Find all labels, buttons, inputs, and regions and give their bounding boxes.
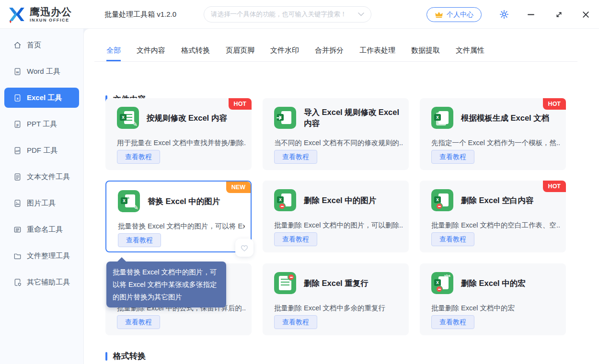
tool-card-delete-excel-images[interactable]: x 删除 Excel 中的图片 批量删除 Excel 文档中的图片，可以删除..… [263, 181, 409, 252]
view-tutorial-button[interactable]: 查看教程 [117, 150, 160, 164]
view-tutorial-button[interactable]: 查看教程 [274, 150, 317, 164]
pencil-glyph: ✎ [132, 203, 138, 212]
crown-icon [435, 11, 443, 18]
favorite-button[interactable] [235, 239, 253, 257]
card-title: 替换 Excel 中的图片 [148, 190, 244, 212]
tool-card-delete-excel-blank-content[interactable]: HOT x 删除 Excel 空白内容 批量删除 Excel 文档中的空白工作表… [420, 181, 566, 252]
chevron-down-icon [358, 12, 364, 16]
card-description: 批量替换 Excel 文档中的图片，可以将 Exc... [118, 222, 245, 231]
sidebar-item-pdf-tools[interactable]: pdf PDF 工具 [4, 140, 79, 160]
view-tutorial-button[interactable]: 查看教程 [274, 232, 317, 246]
view-tutorial-button[interactable]: 查看教程 [431, 232, 474, 246]
view-tutorial-button[interactable]: 查看教程 [118, 233, 161, 247]
tab-watermark[interactable]: 文件水印 [270, 46, 299, 61]
sidebar-item-text-file-tools[interactable]: 文本文件工具 [4, 167, 79, 187]
view-tutorial-button[interactable]: 查看教程 [431, 315, 474, 329]
excel-blank-delete-icon: x [431, 189, 453, 211]
app-name-en: INXUN OFFICE [30, 18, 72, 23]
minus-badge [278, 203, 286, 210]
minus-badge [288, 273, 295, 281]
vba-label: vba [444, 274, 450, 277]
gear-icon [499, 10, 509, 19]
sidebar: 首页 w Word 工具 x Excel 工具 p PPT 工具 [0, 29, 84, 364]
tool-card-generate-excel-from-template[interactable]: HOT x 根据模板生成 Excel 文档 先指定一个 Excel 文档作为一个… [420, 98, 566, 170]
pencil-glyph: ✎ [131, 120, 138, 128]
import-arrow-glyph [276, 114, 283, 121]
sidebar-item-ppt-tools[interactable]: p PPT 工具 [4, 114, 79, 134]
tab-format-convert[interactable]: 格式转换 [181, 46, 210, 61]
logo-x-icon [7, 4, 27, 24]
sidebar-item-image-tools[interactable]: 图片工具 [4, 193, 79, 213]
ppt-doc-icon: p [13, 120, 22, 128]
excel-macro-delete-icon: x vba [431, 272, 453, 294]
sidebar-item-other-tools[interactable]: 其它辅助工具 [4, 272, 79, 292]
card-title: 删除 Excel 重复行 [304, 272, 402, 294]
hot-badge: HOT [543, 98, 566, 110]
sidebar-item-home[interactable]: 首页 [4, 35, 79, 55]
section-format-convert: 格式转换 [105, 351, 146, 362]
svg-text:x: x [16, 96, 19, 100]
view-tutorial-button[interactable]: 查看教程 [117, 315, 160, 329]
image-doc-icon [13, 199, 22, 207]
excel-image-delete-icon: x [274, 189, 296, 211]
sidebar-item-label: Word 工具 [27, 67, 60, 76]
card-description: 批量删除 Excel 文档中的空白工作表、空... [431, 221, 560, 230]
excel-doc-icon: x [13, 94, 22, 102]
view-tutorial-button[interactable]: 查看教程 [274, 315, 317, 329]
svg-text:w: w [16, 69, 19, 74]
sidebar-item-label: 首页 [27, 41, 41, 50]
minimize-button[interactable] [522, 0, 540, 29]
close-button[interactable] [577, 0, 594, 29]
window-title: 批量处理工具箱 v1.2.0 [104, 0, 176, 29]
sidebar-item-word-tools[interactable]: w Word 工具 [4, 61, 79, 81]
resize-button[interactable] [550, 0, 567, 29]
app-name: 鹰迅办公 [30, 6, 72, 18]
hot-badge: HOT [229, 98, 252, 110]
sidebar-item-label: 重命名工具 [27, 225, 63, 234]
folder-icon [13, 252, 22, 260]
tab-data-extract[interactable]: 数据提取 [411, 46, 440, 61]
sidebar-item-label: PPT 工具 [27, 120, 57, 129]
text-doc-icon [13, 173, 22, 181]
sidebar-item-rename-tools[interactable]: 重命名工具 [4, 219, 79, 239]
home-icon [13, 41, 22, 49]
card-description: 先指定一个 Excel 文档作为一个模板，然... [431, 138, 560, 148]
card-title: 删除 Excel 中的图片 [304, 189, 402, 211]
user-center-label: 个人中心 [447, 11, 473, 19]
card-title: 删除 Excel 空白内容 [461, 189, 559, 211]
sidebar-item-label: 图片工具 [27, 199, 56, 208]
close-icon [582, 11, 590, 19]
heart-icon [240, 243, 249, 252]
tab-merge-split[interactable]: 合并拆分 [315, 46, 344, 61]
tab-worksheet[interactable]: 工作表处理 [359, 46, 395, 61]
excel-import-icon: x [274, 107, 296, 129]
svg-text:pdf: pdf [15, 149, 19, 152]
minimize-icon [527, 11, 535, 18]
category-tabs: 全部 文件内容 格式转换 页眉页脚 文件水印 合并拆分 工作表处理 数据提取 文… [94, 46, 577, 62]
card-title: 导入 Excel 规则修改 Excel 内容 [304, 107, 402, 129]
sidebar-item-excel-tools[interactable]: x Excel 工具 [4, 88, 79, 108]
minus-badge [436, 203, 443, 210]
svg-text:p: p [16, 122, 19, 126]
app-window: 鹰迅办公 INXUN OFFICE 批量处理工具箱 v1.2.0 请选择一个具体… [0, 0, 599, 364]
tool-card-modify-excel-by-rule[interactable]: HOT x ✎ 按规则修改 Excel 内容 用于批量在 Excel 文档中查找… [105, 98, 252, 170]
card-description: 当不同的 Excel 文档有不同的修改规则的... [274, 138, 403, 148]
resize-diagonal-icon [555, 11, 563, 19]
excel-duplicate-rows-delete-icon [274, 272, 296, 294]
tool-card-delete-excel-duplicate-rows[interactable]: 删除 Excel 重复行 批量删除 Excel 文档中多余的重复行 查看教程 [263, 263, 409, 335]
tab-header-footer[interactable]: 页眉页脚 [226, 46, 254, 61]
sidebar-item-file-organize-tools[interactable]: 文件整理工具 [4, 246, 79, 266]
card-description: 批量删除 Excel 文档中的图片，可以删除... [274, 221, 403, 230]
search-input[interactable]: 请选择一个具体的功能，也可输入关键字搜索！ [204, 6, 371, 23]
tab-all[interactable]: 全部 [106, 46, 121, 61]
tool-card-delete-excel-macros[interactable]: x vba 删除 Excel 中的宏 批量删除 Excel 文档中的宏 查看教程 [420, 263, 566, 335]
settings-button[interactable] [495, 0, 513, 29]
tool-card-import-rules-modify-excel[interactable]: x 导入 Excel 规则修改 Excel 内容 当不同的 Excel 文档有不… [263, 98, 409, 170]
tab-file-content[interactable]: 文件内容 [137, 46, 165, 61]
user-center-button[interactable]: 个人中心 [426, 7, 482, 22]
sidebar-item-label: 其它辅助工具 [27, 278, 70, 287]
main-panel: 全部 文件内容 格式转换 页眉页脚 文件水印 合并拆分 工作表处理 数据提取 文… [84, 29, 599, 364]
tab-file-props[interactable]: 文件属性 [456, 46, 484, 61]
view-tutorial-button[interactable]: 查看教程 [431, 150, 474, 164]
tool-card-replace-excel-images[interactable]: NEW x ✎ 替换 Excel 中的图片 批量替换 Excel 文档中的图片，… [105, 181, 252, 252]
